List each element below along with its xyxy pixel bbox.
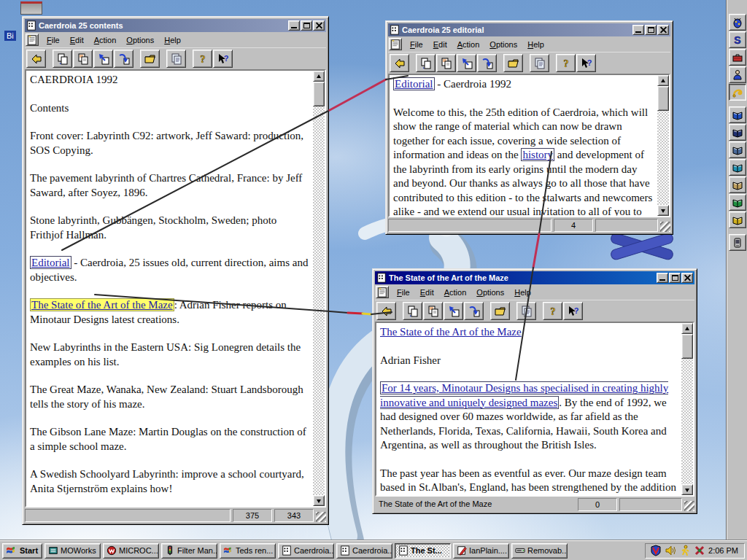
hook-icon[interactable] xyxy=(729,84,746,101)
maximize-button[interactable] xyxy=(669,273,681,283)
back-icon[interactable] xyxy=(26,50,46,68)
s-logo-icon[interactable] xyxy=(729,31,746,48)
walker-icon[interactable] xyxy=(679,545,691,556)
context-help-icon[interactable] xyxy=(213,50,233,68)
desktop-icon-label[interactable]: Bi xyxy=(4,31,16,41)
close-button[interactable] xyxy=(657,25,669,35)
state-of-art-link[interactable]: The State of the Art of the Maze xyxy=(30,298,174,311)
menu-help[interactable]: Help xyxy=(509,286,536,298)
titlebar-contents[interactable]: Caerdroia 25 contents xyxy=(25,19,326,32)
taskbar-button-caerdroia-contents[interactable]: Caerdroia... xyxy=(278,543,334,559)
menu-help[interactable]: Help xyxy=(159,34,186,46)
menu-edit[interactable]: Edit xyxy=(428,38,452,50)
menu-action[interactable]: Action xyxy=(439,286,472,298)
menu-options[interactable]: Options xyxy=(471,286,509,298)
taskbar-button-filter-manager[interactable]: Filter Man... xyxy=(161,543,217,559)
back-icon[interactable] xyxy=(390,54,409,72)
link-out-icon[interactable] xyxy=(444,302,463,320)
close-button[interactable] xyxy=(313,20,325,31)
book-yellow-icon[interactable] xyxy=(729,211,746,228)
taskbar-button-removable[interactable]: Removab... xyxy=(511,543,568,559)
state-title-link[interactable]: The State of the Art of the Maze xyxy=(380,326,522,338)
menu-options[interactable]: Options xyxy=(121,34,159,46)
book-blue-icon[interactable] xyxy=(729,106,746,123)
book-steel-icon[interactable] xyxy=(729,141,746,158)
help-icon[interactable] xyxy=(543,302,562,320)
context-help-icon[interactable] xyxy=(576,54,596,72)
volume-icon[interactable] xyxy=(665,545,676,556)
taskbar-button-microc[interactable]: MICROC... xyxy=(103,543,159,559)
copy-icon[interactable] xyxy=(516,302,536,320)
scroll-down-icon[interactable] xyxy=(657,205,669,216)
scroll-down-icon[interactable] xyxy=(681,484,693,495)
book-tan-icon[interactable] xyxy=(729,176,746,193)
editorial-link[interactable]: Editorial xyxy=(30,256,71,269)
titlebar-state[interactable]: The State of the Art of the Maze xyxy=(375,271,694,284)
paste-page-icon[interactable] xyxy=(423,302,443,320)
link-out-icon[interactable] xyxy=(93,50,113,68)
help-icon[interactable] xyxy=(556,54,576,72)
maximize-button[interactable] xyxy=(645,25,657,35)
copy-icon[interactable] xyxy=(530,54,549,72)
scroll-thumb[interactable] xyxy=(657,86,669,111)
scroll-thumb[interactable] xyxy=(681,334,693,359)
vshield-icon[interactable] xyxy=(650,545,662,556)
bug-icon[interactable] xyxy=(729,14,746,31)
menu-file[interactable]: File xyxy=(392,286,415,298)
resize-grip[interactable] xyxy=(660,222,670,232)
link-in-icon[interactable] xyxy=(477,54,497,72)
toolbox-icon[interactable] xyxy=(729,49,746,66)
menu-file[interactable]: File xyxy=(42,34,65,46)
titlebar-editorial[interactable]: Caerdroia 25 editorial xyxy=(388,23,670,36)
scroll-up-icon[interactable] xyxy=(657,75,669,86)
maximize-button[interactable] xyxy=(301,20,312,31)
back-icon[interactable] xyxy=(376,302,396,320)
minimize-button[interactable] xyxy=(657,273,668,283)
resize-grip[interactable] xyxy=(316,512,326,522)
memo-icon[interactable] xyxy=(389,38,402,50)
paste-page-icon[interactable] xyxy=(436,54,456,72)
vertical-scrollbar[interactable] xyxy=(681,323,693,495)
context-help-icon[interactable] xyxy=(563,302,583,320)
book-cyan-icon[interactable] xyxy=(729,159,746,176)
link-in-icon[interactable] xyxy=(114,50,133,68)
close-button[interactable] xyxy=(681,273,693,283)
paste-page-icon[interactable] xyxy=(73,50,93,68)
open-folder-icon[interactable] xyxy=(503,54,523,72)
open-folder-icon[interactable] xyxy=(490,302,510,320)
copy-page-icon[interactable] xyxy=(416,54,436,72)
open-folder-icon[interactable] xyxy=(140,50,160,68)
vertical-scrollbar[interactable] xyxy=(657,75,669,216)
vertical-scrollbar[interactable] xyxy=(313,71,325,506)
taskbar-button-state-of-art[interactable]: The St... xyxy=(395,543,451,559)
scroll-thumb[interactable] xyxy=(313,82,325,106)
start-button[interactable]: Start xyxy=(2,543,42,559)
scroll-up-icon[interactable] xyxy=(681,323,693,334)
taskbar-button-ianplain[interactable]: IanPlain.... xyxy=(453,543,509,559)
taskbar-button-caerdroia-editorial[interactable]: Caerdroia... xyxy=(336,543,392,559)
book-green-icon[interactable] xyxy=(729,194,746,211)
menu-action[interactable]: Action xyxy=(89,34,122,46)
history-link[interactable]: history xyxy=(521,148,554,161)
copy-page-icon[interactable] xyxy=(403,302,422,320)
memo-icon[interactable] xyxy=(26,34,39,46)
help-icon[interactable] xyxy=(193,50,212,68)
taskbar-button-teds[interactable]: Teds ren... xyxy=(220,543,276,559)
menu-edit[interactable]: Edit xyxy=(65,34,89,46)
minimize-button[interactable] xyxy=(632,25,644,35)
copy-page-icon[interactable] xyxy=(53,50,72,68)
handheld-icon[interactable] xyxy=(729,234,746,251)
person-icon[interactable] xyxy=(729,66,746,83)
copy-icon[interactable] xyxy=(166,50,186,68)
menu-options[interactable]: Options xyxy=(484,38,522,50)
link-in-icon[interactable] xyxy=(464,302,484,320)
link-out-icon[interactable] xyxy=(457,54,476,72)
minimize-button[interactable] xyxy=(288,20,300,31)
flower-icon[interactable] xyxy=(694,545,705,556)
editorial-link[interactable]: Editorial xyxy=(393,77,435,90)
scroll-down-icon[interactable] xyxy=(313,495,325,506)
book-navy-icon[interactable] xyxy=(729,124,746,141)
menu-action[interactable]: Action xyxy=(452,38,485,50)
scroll-up-icon[interactable] xyxy=(313,71,325,82)
menu-file[interactable]: File xyxy=(405,38,428,50)
